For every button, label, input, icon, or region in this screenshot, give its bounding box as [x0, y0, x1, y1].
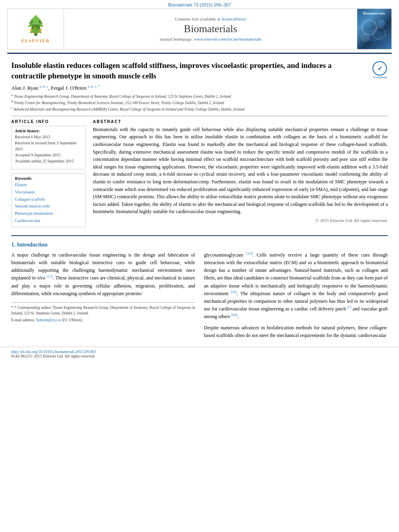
footnote-email-label: E-mail address: — [11, 318, 35, 322]
doi-link[interactable]: http://dx.doi.org/10.1016/j.biomaterials… — [11, 349, 96, 354]
crossmark-label: CrossMark — [372, 76, 388, 79]
keyword-elastin[interactable]: Elastin — [15, 181, 82, 189]
article-info-box: Article history: Received 6 May 2015 Rec… — [11, 126, 86, 169]
main-content: Insoluble elastin reduces collagen scaff… — [0, 54, 399, 231]
citation-text: Biomaterials 73 (2015) 296–307 — [168, 2, 231, 7]
footnote-email-person: (FJ. O'Brien). — [62, 318, 83, 322]
affiliations: a Tissue Engineering Research Group, Dep… — [11, 93, 388, 113]
section-heading: Introduction — [17, 242, 47, 248]
svg-point-12 — [377, 19, 385, 27]
svg-point-6 — [39, 29, 42, 31]
keyword-cardiovascular[interactable]: Cardiovascular — [15, 217, 82, 224]
journal-header: ELSEVIER Contents lists available at Sci… — [7, 8, 392, 49]
journal-cover-thumbnail: Biomaterials — [357, 9, 391, 49]
article-info-column: ARTICLE INFO Article history: Received 6… — [11, 119, 86, 227]
section-title: 1. Introduction — [11, 242, 388, 248]
journal-title-container: Contents lists available at ScienceDirec… — [64, 9, 357, 49]
svg-point-13 — [363, 29, 383, 41]
article-info-label: ARTICLE INFO — [11, 119, 86, 124]
cover-text: Biomaterials — [363, 11, 385, 15]
authors-line: Alan J. Ryan a, b, c, Fergal J. O'Brien … — [11, 84, 388, 91]
abstract-label: ABSTRACT — [93, 119, 388, 124]
journal-name: Biomaterials — [184, 23, 237, 35]
intro-left-col: A major challenge in cardiovascular tiss… — [11, 251, 195, 343]
received-revised-date: Received in revised form 3 September 201… — [15, 140, 82, 152]
history-label: Article history: — [15, 129, 82, 133]
available-date: Available online 25 September 2015 — [15, 158, 82, 164]
keyword-smc[interactable]: Smooth muscle cells — [15, 203, 82, 210]
svg-point-8 — [38, 31, 40, 33]
affiliation-b: b Trinity Centre for Bioengineering, Tri… — [11, 99, 388, 106]
homepage-url[interactable]: www.elsevier.com/locate/biomaterials — [194, 37, 261, 41]
contents-available-line: Contents lists available at ScienceDirec… — [175, 16, 246, 21]
crossmark-circle: ✓ — [372, 61, 387, 76]
citation-bar: Biomaterials 73 (2015) 296–307 — [0, 0, 399, 8]
keyword-viscoelastic[interactable]: Viscoelastic — [15, 189, 82, 196]
homepage-label: journal homepage: — [160, 37, 193, 41]
introduction-body: A major challenge in cardiovascular tiss… — [11, 251, 388, 343]
contents-text: Contents lists available at — [175, 16, 220, 21]
intro-right-p1: glycosaminoglycans [3,4]. Cells natively… — [204, 251, 388, 321]
elsevier-wordmark: ELSEVIER — [21, 38, 50, 43]
crossmark-badge[interactable]: ✓ CrossMark — [372, 61, 388, 76]
keywords-label: Keywords: — [15, 176, 82, 181]
footnote-email-link[interactable]: fjobrien@rcsi.ie — [36, 318, 61, 322]
footnote-corresponding: * * Corresponding author. Tissue Enginee… — [11, 305, 195, 316]
intro-right-p2: Despite numerous advances in biofabricat… — [204, 324, 388, 339]
keyword-phenotype[interactable]: Phenotype modulation — [15, 210, 82, 217]
sciencedirect-link[interactable]: ScienceDirect — [221, 16, 246, 21]
authors-text: Alan J. Ryan a, b, c, Fergal J. O'Brien … — [11, 85, 100, 91]
elsevier-tree-icon — [20, 15, 52, 37]
svg-point-4 — [30, 29, 32, 31]
intro-left-text: A major challenge in cardiovascular tiss… — [11, 251, 195, 298]
footnote-section: * * Corresponding author. Tissue Enginee… — [11, 302, 195, 323]
journal-homepage-line: journal homepage: www.elsevier.com/locat… — [160, 37, 261, 41]
svg-point-7 — [32, 32, 34, 33]
issn-line: 0142-9612/© 2015 Elsevier Ltd. All right… — [11, 354, 388, 358]
page: Biomaterials 73 (2015) 296–307 — [0, 0, 399, 362]
elsevier-logo-container: ELSEVIER — [8, 9, 64, 49]
section-number: 1. — [11, 242, 17, 248]
keywords-box: Keywords: Elastin Viscoelastic Collagen … — [11, 173, 86, 227]
elsevier-logo: ELSEVIER — [20, 15, 52, 43]
received-date: Received 6 May 2015 — [15, 134, 82, 140]
article-title-section: Insoluble elastin reduces collagen scaff… — [11, 58, 388, 81]
article-info-abstract: ARTICLE INFO Article history: Received 6… — [11, 119, 388, 227]
cover-image: Biomaterials — [357, 9, 391, 49]
doi-line: http://dx.doi.org/10.1016/j.biomaterials… — [11, 349, 388, 354]
svg-point-5 — [34, 27, 36, 29]
intro-right-col: glycosaminoglycans [3,4]. Cells natively… — [204, 251, 388, 343]
cover-pattern-icon — [357, 15, 391, 47]
footnote-email-line: E-mail address: fjobrien@rcsi.ie (FJ. O'… — [11, 317, 195, 323]
keyword-collagen[interactable]: Collagen scaffold — [15, 196, 82, 203]
accepted-date: Accepted 9 September 2015 — [15, 152, 82, 158]
abstract-text: Biomaterials with the capacity to innate… — [93, 126, 388, 216]
copyright-line: © 2015 Elsevier Ltd. All rights reserved… — [93, 218, 388, 223]
affiliation-c: c Advanced Materials and Bioengineering … — [11, 106, 388, 112]
section-divider — [11, 116, 388, 116]
abstract-column: ABSTRACT Biomaterials with the capacity … — [93, 119, 388, 227]
affiliation-a: a Tissue Engineering Research Group, Dep… — [11, 93, 388, 99]
crossmark-icon: ✓ — [377, 65, 383, 72]
article-title: Insoluble elastin reduces collagen scaff… — [11, 60, 368, 81]
page-footer: http://dx.doi.org/10.1016/j.biomaterials… — [0, 347, 399, 362]
article-history: Article history: Received 6 May 2015 Rec… — [15, 129, 82, 164]
introduction-section: 1. Introduction A major challenge in car… — [0, 236, 399, 347]
